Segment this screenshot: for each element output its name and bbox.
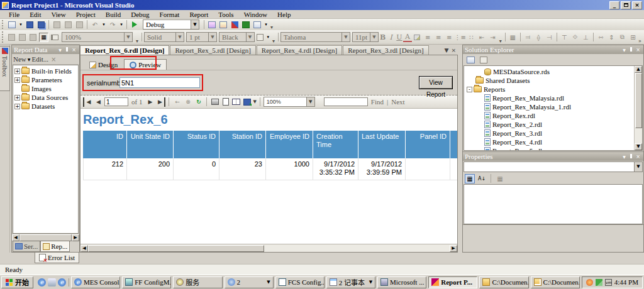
stop-icon[interactable]: ⊗ [183,97,192,107]
border-width-combo[interactable]: 1 pt ▼ [186,32,217,42]
page-setup-icon[interactable] [231,97,241,107]
border-style-combo[interactable]: Solid ▼ [144,32,184,42]
report-layout-button-2[interactable] [18,33,27,42]
restore-button[interactable] [621,1,631,9]
copy-button[interactable] [63,20,73,30]
other-windows-dropdown[interactable]: ▾ [264,20,269,30]
italic-button[interactable]: I [387,33,395,41]
align-tops-button[interactable]: ⊤ [560,33,569,42]
align-right-button[interactable]: ≡ [445,33,454,42]
next-link[interactable]: Next [389,98,406,106]
redo-dropdown[interactable]: ▾ [119,20,124,30]
font-name-combo[interactable]: Tahoma ▼ [280,32,350,42]
error-list-tab[interactable]: Error List [35,253,79,263]
indent-button[interactable]: ⇥ [488,33,497,42]
scroll-left-icon[interactable]: ◀ [12,234,19,241]
solution-item-reports-folder[interactable]: - Reports [467,85,634,94]
menu-tools[interactable]: Tools [213,11,238,18]
solution-item-report-rex-malaysia-1[interactable]: Report_Rex_Malaysia_1.rdl [467,102,634,111]
build-tools-button[interactable] [230,20,240,30]
task-microsoft[interactable]: Microsoft ... [377,276,426,288]
undo-dropdown[interactable]: ▾ [101,20,106,30]
align-centers-button[interactable]: ⟠ [534,33,543,42]
toolbar-overflow-icon[interactable]: ▾ [270,25,273,30]
scroll-right-icon[interactable]: ▶ [450,245,457,252]
tray-app-icon-1[interactable] [586,279,593,286]
ruler-toggle-button[interactable] [50,33,59,42]
font-color-button[interactable]: A [403,33,411,42]
document-hscrollbar[interactable]: ◀ ▶ [80,244,457,252]
align-left-button[interactable]: ≡ [423,33,433,42]
save-button[interactable] [25,20,35,30]
menu-format[interactable]: Format [155,11,185,18]
previous-page-icon[interactable]: ◀ [94,97,103,107]
window-position-dropdown[interactable]: ▼ [57,48,64,52]
expand-icon[interactable]: + [14,95,20,101]
browser-icon[interactable]: e [58,278,66,286]
solution-item-report-rex-4[interactable]: Report_Rex_4.rdl [467,138,634,146]
tab-server-explorer[interactable]: Ser... [13,241,40,252]
print-layout-icon[interactable] [221,97,230,107]
grouping-toggle-button[interactable]: ▦ [39,33,48,42]
underline-button[interactable]: U [395,33,403,41]
doc-tab-report-rex-4[interactable]: Report_Rex_4.rdl [Design] [257,45,342,55]
toolbar-overflow-icon[interactable]: ▾ [272,38,275,44]
save-all-button[interactable] [36,20,46,30]
scroll-left-icon[interactable]: ◀ [80,245,88,252]
menu-window[interactable]: Window [239,11,272,18]
outdent-button[interactable]: ⇤ [477,33,487,42]
navigate-button[interactable] [241,20,251,30]
expand-icon[interactable]: + [14,77,20,83]
tree-item-images[interactable]: Images [14,84,78,93]
fill-color-dropdown[interactable]: ▾ [266,33,271,42]
alphabetical-sort-button[interactable]: A↓ [477,174,487,183]
find-text-input[interactable] [324,97,368,106]
current-page-input[interactable] [104,97,128,106]
align-bottoms-button[interactable]: ⊥ [581,33,591,42]
refresh-icon[interactable]: ↻ [194,97,203,107]
categorized-button[interactable]: ▦ [465,174,475,183]
zoom-combo[interactable]: 100% ▼ [62,32,133,42]
same-height-button[interactable]: ⇕ [607,33,616,42]
delete-button[interactable]: × [51,56,56,63]
serialnumber-input[interactable] [119,77,200,88]
new-dropdown[interactable]: ▾ [18,20,23,30]
report-layout-button-1[interactable] [7,33,16,42]
toolbox-tab[interactable]: Toolbox [0,46,10,91]
dropdown-icon[interactable]: ▼ [634,162,642,172]
task-report-project[interactable]: Report P... [428,276,477,288]
task-documents-editor[interactable]: C:\Documen... [531,276,580,288]
dropdown-icon[interactable]: ▼ [191,20,199,29]
show-all-files-button[interactable] [479,55,489,65]
solution-item-report-rex-2[interactable]: Report_Rex_2.rdl [467,120,634,129]
dropdown-icon[interactable]: ▼ [124,33,132,41]
dropdown-icon[interactable]: ▼ [246,33,254,41]
expand-icon[interactable]: + [14,68,20,74]
toolbar-overflow-icon[interactable]: ▾ [499,38,502,44]
menu-report[interactable]: Report [184,11,213,18]
tray-app-icon-2[interactable] [596,279,602,286]
solution-item-shared-datasets[interactable]: Shared Datasets [467,76,634,85]
task-group-2[interactable]: 2 ▼ [225,276,274,288]
close-button[interactable]: × [632,1,642,9]
border-color-combo[interactable]: Black ▼ [219,32,255,42]
highlight-button[interactable] [413,33,422,42]
property-pages-button[interactable]: ▦ [495,174,505,183]
toolbar-overflow-icon[interactable]: ▾ [136,38,138,44]
back-icon[interactable]: ← [172,97,182,107]
numbered-list-button[interactable]: ⋮≡ [455,33,465,42]
bullet-list-button[interactable]: ∷ [467,33,476,42]
first-page-icon[interactable]: ◀ [83,97,92,107]
task-mes-console[interactable]: e MES Consol... [71,276,120,288]
properties-object-combo[interactable]: ▼ [464,161,643,172]
find-in-files-button[interactable] [207,20,217,30]
scroll-right-icon[interactable]: ▶ [72,234,79,241]
solution-item-report-rex-3[interactable]: Report_Rex_3.rdl [467,129,634,138]
menu-help[interactable]: Help [272,11,296,18]
viewer-zoom-combo[interactable]: 100% ▼ [264,97,315,107]
show-desktop-icon[interactable] [48,278,56,286]
solution-item-report-rex[interactable]: Report_Rex.rdl [467,111,634,120]
new-project-button[interactable] [7,20,17,30]
tree-item-parameters[interactable]: + Parameters [14,75,78,84]
solution-item-mesdatasource[interactable]: MESDataSource.rds [467,67,634,76]
